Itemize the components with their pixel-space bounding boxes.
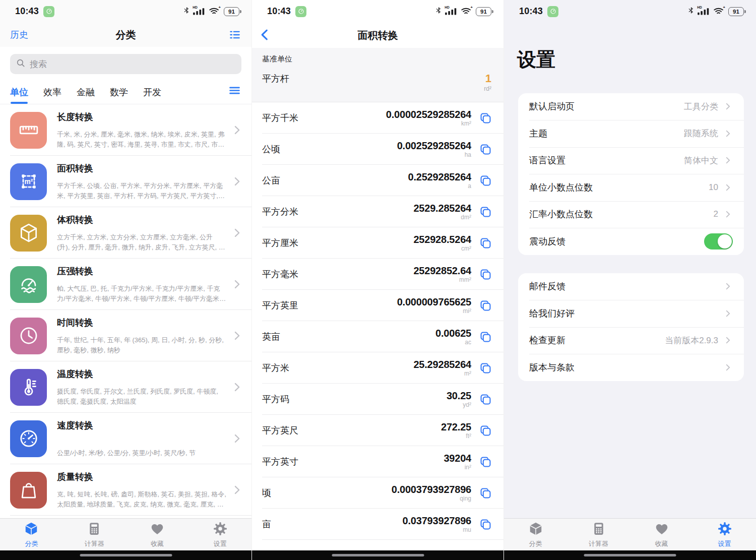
screen-area-conversion: 10:43 HD + 91 面积转换 基准单位 平方杆 1 rd² [252, 0, 504, 560]
category-list: 长度转换千米, 米, 分米, 厘米, 毫米, 微米, 纳米, 埃米, 皮米, 英… [0, 104, 251, 516]
chevron-right-icon [230, 278, 243, 291]
settings-row[interactable]: 给我们好评 [518, 300, 744, 327]
conversion-row[interactable]: 平方英尺272.25ft² [252, 415, 503, 446]
unit-symbol: yd² [447, 402, 471, 408]
back-icon[interactable] [258, 28, 272, 42]
conversion-row[interactable]: 亩0.03793927896mu [252, 509, 503, 540]
tab-效率[interactable]: 效率 [43, 86, 61, 104]
settings-row[interactable]: 版本与条款 [518, 354, 744, 381]
battery-icon: 91 [728, 7, 744, 16]
category-body: 压强转换帕, 大气压, 巴, 托, 千克力/平方米, 千克力/平方厘米, 千克力… [57, 265, 226, 303]
settings-row[interactable]: 汇率小数点位数2 [518, 201, 744, 228]
status-bar: 10:43 HD + 91 [252, 0, 503, 23]
category-item[interactable]: 体积转换立方千米, 立方米, 立方分米, 立方厘米, 立方毫米, 公升 (升),… [0, 207, 251, 259]
category-item[interactable]: 速度转换公里/小时, 米/秒, 公里/分, 英里/小时, 英尺/秒, 节 [0, 413, 251, 464]
signal-icon: HD [697, 6, 710, 17]
copy-icon[interactable] [478, 517, 493, 532]
tab-开发[interactable]: 开发 [143, 86, 161, 104]
unit-value: 252928.5264 [413, 234, 471, 245]
settings-label: 版本与条款 [529, 361, 575, 374]
category-title: 面积转换 [57, 162, 226, 174]
settings-row[interactable]: 单位小数点位数10 [518, 174, 744, 201]
settings-card: 邮件反馈给我们好评检查更新当前版本2.9.3版本与条款 [518, 273, 744, 381]
home-indicator[interactable] [332, 554, 424, 556]
conversion-row[interactable]: 英亩0.00625ac [252, 321, 503, 352]
category-desc: 平方千米, 公顷, 公亩, 平方米, 平方分米, 平方厘米, 平方毫米, 平方英… [57, 181, 226, 201]
copy-icon[interactable] [478, 423, 493, 439]
svg-text:+: + [218, 6, 221, 10]
copy-icon[interactable] [478, 173, 493, 189]
conversion-row[interactable]: 平方码30.25yd² [252, 384, 503, 415]
copy-icon[interactable] [478, 360, 493, 376]
copy-icon[interactable] [478, 392, 493, 407]
copy-icon[interactable] [478, 204, 493, 220]
base-unit-row[interactable]: 平方杆 1 rd² [262, 73, 491, 92]
conversion-row[interactable]: 平方英寸39204in² [252, 446, 503, 477]
category-item[interactable]: m²面积转换平方千米, 公顷, 公亩, 平方米, 平方分米, 平方厘米, 平方毫… [0, 156, 251, 207]
tab-bar-item-设置[interactable]: 设置 [188, 519, 251, 550]
status-left: 10:43 [267, 6, 306, 17]
tab-bar-item-计算器[interactable]: 计算器 [567, 519, 630, 550]
conversion-row[interactable]: 平方米25.29285264m² [252, 352, 503, 384]
tab-单位[interactable]: 单位 [10, 86, 28, 104]
vibration-toggle[interactable] [704, 233, 733, 250]
home-bar [0, 550, 251, 560]
conversion-row[interactable]: 公顷0.002529285264ha [252, 134, 503, 165]
category-item[interactable]: 长度转换千米, 米, 分米, 厘米, 毫米, 微米, 纳米, 埃米, 皮米, 英… [0, 104, 251, 156]
tab-bar-item-计算器[interactable]: 计算器 [63, 519, 126, 550]
conversion-row[interactable]: 平方英里0.000009765625mi² [252, 290, 503, 321]
settings-label: 邮件反馈 [529, 280, 565, 292]
conversion-row[interactable]: 公亩0.2529285264a [252, 165, 503, 196]
unit-symbol: mm² [413, 277, 471, 283]
tab-bar-item-收藏[interactable]: 收藏 [126, 519, 189, 550]
copy-icon[interactable] [478, 454, 493, 470]
category-item[interactable]: 时间转换千年, 世纪, 十年, 五年, 年 (365), 周, 日, 小时, 分… [0, 310, 251, 361]
copy-icon[interactable] [478, 235, 493, 251]
chevron-right-icon [230, 329, 243, 342]
tab-数学[interactable]: 数学 [110, 86, 128, 104]
conversion-row[interactable]: 顷0.0003793927896qing [252, 477, 503, 509]
base-unit-value[interactable]: 1 [484, 73, 491, 85]
unit-symbol: dm² [413, 214, 471, 221]
copy-icon[interactable] [478, 329, 493, 345]
settings-row[interactable]: 主题跟随系统 [518, 120, 744, 147]
list-view-icon[interactable] [228, 28, 241, 41]
conversion-row[interactable]: 平方厘米252928.5264cm² [252, 227, 503, 259]
category-item[interactable]: 压强转换帕, 大气压, 巴, 托, 千克力/平方米, 千克力/平方厘米, 千克力… [0, 259, 251, 310]
copy-icon[interactable] [478, 485, 493, 501]
home-indicator[interactable] [80, 554, 172, 556]
conversion-row[interactable]: 平方毫米25292852.64mm² [252, 259, 503, 290]
copy-icon[interactable] [478, 110, 493, 126]
tab-金融[interactable]: 金融 [77, 86, 95, 104]
settings-row[interactable]: 语言设置简体中文 [518, 147, 744, 174]
category-desc: 公里/小时, 米/秒, 公里/分, 英里/小时, 英尺/秒, 节 [57, 448, 226, 458]
settings-row[interactable]: 检查更新当前版本2.9.3 [518, 327, 744, 354]
unit-symbol: ac [435, 339, 471, 346]
copy-icon[interactable] [478, 267, 493, 282]
conversion-row[interactable]: 平方千米0.00002529285264km² [252, 102, 503, 134]
base-unit-section: 基准单位 平方杆 1 rd² [252, 48, 503, 102]
category-item[interactable]: 质量转换克, 吨, 短吨, 长吨, 磅, 盎司, 斯勒格, 英石, 美担, 英担… [0, 464, 251, 516]
page-title: 分类 [0, 28, 251, 42]
copy-icon[interactable] [478, 298, 493, 314]
conversion-row[interactable]: 平方分米2529.285264dm² [252, 196, 503, 227]
category-item[interactable]: 温度转换摄氏度, 华氏度, 开尔文, 兰氏度, 列氏度, 罗氏度, 牛顿度, 德… [0, 361, 251, 413]
svg-text:HD: HD [193, 6, 198, 9]
unit-value: 2529.285264 [413, 203, 471, 214]
tab-bar-item-设置[interactable]: 设置 [693, 519, 756, 550]
tab-bar-item-收藏[interactable]: 收藏 [630, 519, 693, 550]
search-input[interactable]: 搜索 [10, 54, 241, 74]
unit-value: 0.002529285264 [397, 140, 471, 151]
copy-icon[interactable] [478, 142, 493, 157]
app-indicator-icon [295, 6, 306, 17]
search-icon [15, 57, 26, 71]
tab-bar-item-分类[interactable]: 分类 [504, 519, 567, 550]
settings-row[interactable]: 邮件反馈 [518, 273, 744, 300]
home-indicator[interactable] [584, 554, 676, 556]
tab-bar-item-分类[interactable]: 分类 [0, 519, 63, 550]
chevron-right-icon [230, 175, 243, 188]
chevron-right-icon [230, 226, 243, 239]
settings-row[interactable]: 默认启动页工具分类 [518, 93, 744, 120]
settings-row[interactable]: 震动反馈 [518, 228, 744, 255]
menu-icon[interactable] [228, 84, 241, 104]
